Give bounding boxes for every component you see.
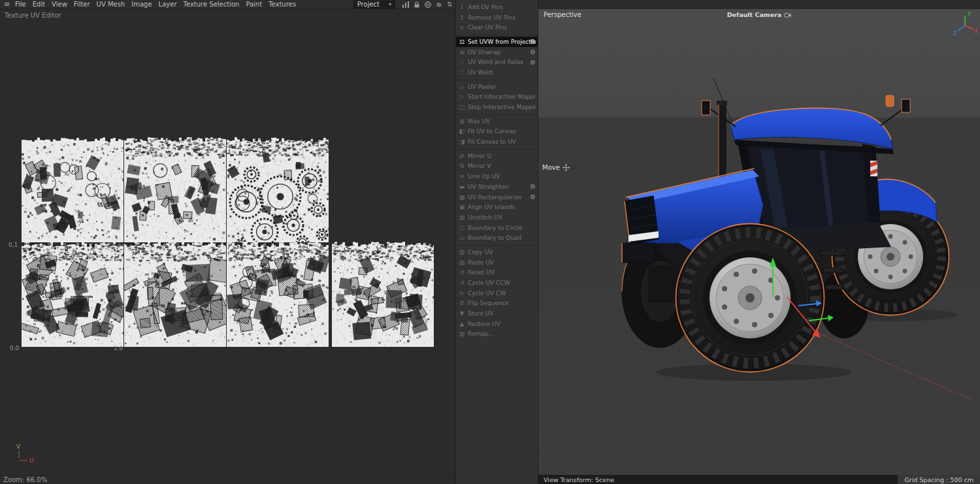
command-restore-uv: ▲Restore UV: [456, 319, 538, 329]
uv-command-panel: ↧Add UV Pins↥Remove UV Pins×Clear UV Pin…: [455, 0, 538, 484]
uv-axis-indicator: V U: [14, 443, 37, 466]
command-group-2: ⊡Set UVW from Projection⚙⊞UV Unwrap⚙∴UV …: [456, 35, 538, 79]
stop-icon: □: [458, 104, 466, 110]
globe-icon[interactable]: [423, 0, 433, 8]
viewport-canvas[interactable]: Perspective Default Camera Move Y X: [538, 9, 980, 475]
mirror-v-icon: ⇅: [458, 163, 466, 169]
cycle-cw-icon: ↻: [458, 290, 466, 297]
hazard-stripe: [870, 161, 877, 176]
command-paste-uv: ▤Paste UV: [456, 257, 538, 268]
uv-coord-0-0: 0,0: [10, 345, 19, 351]
command-reset-uv: ↺Reset UV: [456, 268, 538, 278]
viewport-3d: ≡ ViewCamerasDisplayOptionsFilterPanel ⇅: [538, 0, 980, 484]
command-label: Flip Sequence: [468, 300, 509, 306]
command-label: UV Rectangularize: [468, 194, 522, 201]
command-set-uvw-from-projection[interactable]: ⊡Set UVW from Projection⚙: [456, 37, 538, 47]
uv-tile-hull-c[interactable]: [227, 240, 329, 347]
zoom-status: Zoom: 66.0%: [3, 476, 47, 483]
command-max-uv: ⊠Max UV: [456, 116, 538, 127]
camera-selector[interactable]: Default Camera: [538, 11, 980, 18]
menu-item-textures[interactable]: Textures: [265, 1, 299, 8]
command-fit-uv-to-canvas: ◧Fit UV to Canvas: [456, 127, 538, 137]
left-mirror: [702, 101, 710, 115]
active-tool-label: Move: [542, 164, 570, 171]
command-uv-weld-and-relax: ∴UV Weld and Relax⚙: [456, 57, 538, 67]
command-label: Stop Interactive Mapping: [468, 104, 536, 110]
uv-tile-hull-d[interactable]: [332, 240, 434, 347]
rectangularize-icon: ▦: [458, 194, 466, 201]
uv-tile-parts-a[interactable]: [22, 135, 123, 242]
boundary-quad-icon: ▭: [458, 234, 466, 241]
command-unstitch-uv: ▧Unstitch UV: [456, 212, 538, 223]
command-cycle-uv-cw: ↻Cycle UV CW: [456, 288, 538, 298]
restore-icon: ▲: [458, 321, 466, 327]
settings-gear-icon: ⚙: [530, 182, 536, 192]
command-group-4: ⊠Max UV◧Fit UV to Canvas◨Fit Canvas to U…: [456, 114, 538, 148]
hamburger-menu-icon[interactable]: ≡: [2, 0, 12, 8]
uv-coord-0-1: 0,1: [8, 242, 18, 248]
tractor-model[interactable]: [538, 9, 980, 475]
command-label: Start Interactive Mapping: [468, 93, 536, 100]
menu-item-layer[interactable]: Layer: [155, 1, 180, 8]
cycle-ccw-icon: ↺: [458, 280, 466, 286]
menu-item-image[interactable]: Image: [128, 1, 155, 8]
uv-tile-parts-b[interactable]: [124, 135, 226, 242]
command-label: Restore UV: [468, 321, 500, 327]
command-boundary-to-circle: ○Boundary to Circle: [456, 223, 538, 233]
settings-gear-icon: ⚙: [530, 57, 536, 67]
command-label: UV Weld: [468, 69, 493, 76]
command-line-up-uv: ≡Line Up UV: [456, 171, 538, 182]
weld-relax-icon: ∴: [458, 59, 466, 65]
command-label: Line Up UV: [468, 173, 500, 180]
fit-uv-icon: ◧: [458, 128, 466, 135]
y-axis-label: Y: [967, 12, 971, 18]
viewport-statusbar: View Transform: Scene Grid Spacing : 500…: [538, 475, 980, 484]
uv-tile-hull-a[interactable]: [22, 240, 123, 347]
command-label: Copy UV: [468, 249, 493, 255]
uv-editor-statusbar: Zoom: 66.0%: [0, 475, 455, 484]
command-label: UV Weld and Relax: [468, 59, 523, 65]
lock-icon[interactable]: [412, 0, 421, 8]
paste-icon: ▤: [458, 259, 466, 266]
front-bumper: [622, 243, 655, 263]
hand-icon[interactable]: [434, 0, 444, 8]
command-flip-sequence: ⇵Flip Sequence: [456, 298, 538, 309]
uv-tile-hull-b[interactable]: [124, 240, 226, 347]
command-store-uv: ▼Store UV: [456, 308, 538, 319]
pin-icon: ↧: [458, 4, 466, 10]
command-label: UV Unwrap: [468, 49, 500, 56]
uv-tile-gears[interactable]: [227, 135, 329, 242]
uv-coord-1-0: 1,0: [114, 345, 123, 351]
command-label: Fit UV to Canvas: [468, 128, 516, 135]
command-label: Clear UV Pins: [468, 24, 507, 31]
command-label: Remove UV Pins: [468, 14, 515, 21]
command-uv-rectangularize: ▦UV Rectangularize⚙: [456, 192, 538, 202]
menu-item-view[interactable]: View: [48, 1, 71, 8]
swap-arrows-icon[interactable]: ⇅: [445, 0, 455, 8]
menu-item-edit[interactable]: Edit: [29, 1, 48, 8]
histogram-icon[interactable]: [400, 0, 410, 8]
settings-gear-icon[interactable]: ⚙: [530, 37, 536, 47]
command-remap: ▨Remap...: [456, 329, 538, 340]
grid-spacing-status: Grid Spacing : 500 cm: [898, 475, 980, 484]
command-add-uv-pins: ↧Add UV Pins: [456, 2, 538, 12]
peeler-icon: ▱: [458, 84, 466, 90]
menu-item-uv-mesh[interactable]: UV Mesh: [93, 1, 129, 8]
command-label: Mirror U: [468, 153, 491, 159]
menu-item-file[interactable]: File: [12, 1, 29, 8]
command-uv-unwrap: ⊞UV Unwrap⚙: [456, 47, 538, 57]
right-mirror: [902, 99, 910, 112]
chevron-down-icon: ▾: [389, 1, 391, 7]
clear-icon: ×: [458, 24, 466, 31]
menu-item-paint[interactable]: Paint: [242, 1, 265, 8]
menu-item-texture-selection[interactable]: Texture Selection: [180, 1, 243, 8]
command-uv-weld: ∷UV Weld: [456, 67, 538, 78]
command-fit-canvas-to-uv: ◨Fit Canvas to UV: [456, 137, 538, 147]
menu-item-filter[interactable]: Filter: [71, 1, 93, 8]
uv-editor-menubar: ≡ FileEditViewFilterUV MeshImageLayerTex…: [0, 0, 455, 9]
project-dropdown-label: Project: [357, 1, 380, 8]
remap-icon: ▨: [458, 331, 466, 337]
command-label: Store UV: [468, 310, 493, 317]
project-dropdown[interactable]: Project ▾: [353, 1, 395, 8]
uv-editor-canvas[interactable]: Texture UV Editor 0,1 0,0 1,0 V U: [0, 9, 455, 475]
